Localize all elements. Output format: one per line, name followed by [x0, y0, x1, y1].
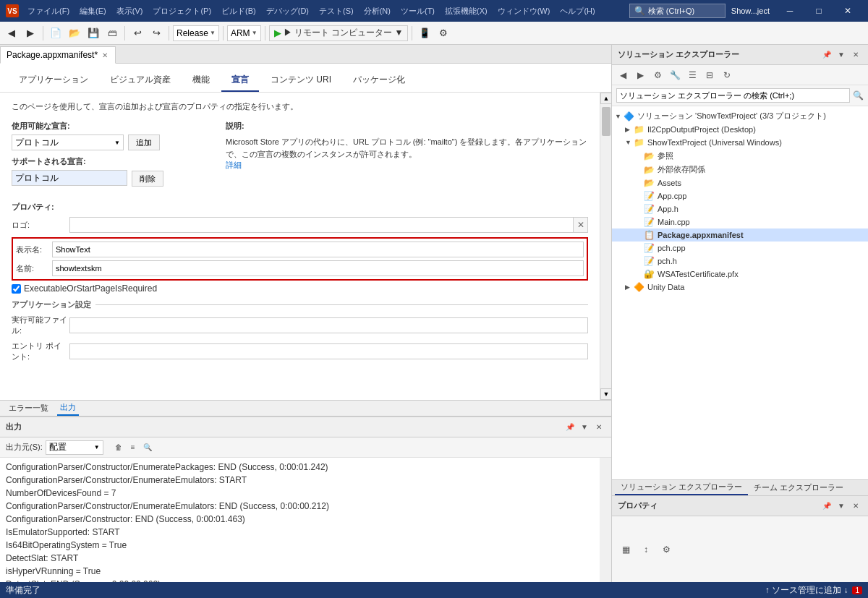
manifest-nav-tab-5[interactable]: パッケージ化	[343, 69, 415, 92]
scroll-thumb[interactable]	[602, 107, 610, 136]
redo-button[interactable]: ↪	[148, 25, 165, 42]
tab-close-button[interactable]: ✕	[101, 51, 109, 60]
menu-item[interactable]: デバッグ(D)	[262, 4, 313, 18]
menu-item[interactable]: 拡張機能(X)	[441, 4, 492, 18]
platform-dropdown[interactable]: ARM ▼	[227, 25, 261, 41]
add-declaration-button[interactable]: 追加	[128, 134, 160, 150]
tree-arrow[interactable]: ▶	[625, 283, 632, 291]
tree-item[interactable]: 📝App.h	[612, 202, 868, 215]
maximize-button[interactable]: □	[804, 0, 833, 22]
panel-menu-button[interactable]: ▼	[835, 48, 848, 61]
tree-item[interactable]: 📝Main.cpp	[612, 215, 868, 228]
tree-item[interactable]: ▶🔶Unity Data	[612, 281, 868, 294]
menu-item[interactable]: ツール(T)	[396, 4, 439, 18]
menu-item[interactable]: 編集(E)	[75, 4, 111, 18]
supported-list[interactable]: プロトコル	[12, 170, 127, 186]
output-source-dropdown[interactable]: 配置 ▼	[46, 440, 103, 455]
manifest-nav-tab-4[interactable]: コンテンツ URI	[260, 69, 341, 92]
search-input[interactable]	[648, 7, 720, 15]
output-pin-button[interactable]: 📌	[563, 421, 576, 434]
menu-item[interactable]: 表示(V)	[112, 4, 148, 18]
props-close-button[interactable]: ✕	[849, 500, 862, 513]
scroll-up[interactable]: ▲	[600, 93, 611, 104]
close-button[interactable]: ✕	[833, 0, 862, 22]
team-explorer-tab[interactable]: チーム エクスプローラー	[748, 481, 849, 495]
se-forward-button[interactable]: ▶	[632, 67, 648, 83]
props-pages-button[interactable]: ⚙	[658, 542, 674, 558]
name-input[interactable]	[52, 260, 584, 276]
exec-input[interactable]	[69, 317, 588, 333]
forward-button[interactable]: ▶	[22, 25, 39, 42]
display-name-input[interactable]	[52, 242, 584, 257]
tree-item[interactable]: 📝App.cpp	[612, 189, 868, 202]
menu-item[interactable]: テスト(S)	[315, 4, 358, 18]
tree-item[interactable]: 📋Package.appxmanifest	[612, 228, 868, 242]
panel-close-button[interactable]: ✕	[849, 48, 862, 61]
tree-item[interactable]: 📂外部依存関係	[612, 163, 868, 176]
props-categories-button[interactable]: ▦	[618, 542, 634, 558]
remove-declaration-button[interactable]: 削除	[132, 171, 163, 187]
source-control[interactable]: ↑ ソース管理に追加 ↓	[765, 584, 848, 597]
tree-item[interactable]: 📂Assets	[612, 176, 868, 189]
new-file-button[interactable]: 📄	[47, 25, 64, 42]
available-dropdown[interactable]: プロトコル ▼	[12, 134, 124, 150]
output-find-button[interactable]: 🔍	[141, 441, 154, 454]
settings-button[interactable]: ⚙	[435, 25, 452, 42]
manifest-tab[interactable]: Package.appxmanifest* ✕	[0, 46, 116, 64]
tree-arrow[interactable]: ▼	[615, 113, 622, 120]
se-filter-button[interactable]: ☰	[684, 67, 700, 83]
menu-item[interactable]: ビルド(B)	[217, 4, 260, 18]
props-pin-button[interactable]: 📌	[820, 500, 833, 513]
output-close-button[interactable]: ✕	[592, 421, 605, 434]
logo-clear-button[interactable]: ✕	[574, 217, 588, 233]
se-back-button[interactable]: ◀	[615, 67, 631, 83]
se-tools-button[interactable]: 🔧	[667, 67, 683, 83]
menu-item[interactable]: ヘルプ(H)	[556, 4, 599, 18]
tree-item[interactable]: 🔐WSATestCertificate.pfx	[612, 268, 868, 281]
panel-pin-button[interactable]: 📌	[820, 48, 833, 61]
tree-arrow[interactable]: ▼	[625, 139, 632, 146]
devices-button[interactable]: 📱	[416, 25, 433, 42]
details-link[interactable]: 詳細	[226, 161, 242, 169]
menu-item[interactable]: ウィンドウ(W)	[493, 4, 555, 18]
props-sort-button[interactable]: ↕	[638, 542, 654, 558]
output-menu-button[interactable]: ▼	[578, 421, 591, 434]
manifest-scrollbar[interactable]: ▲ ▼	[600, 93, 611, 400]
config-dropdown[interactable]: Release ▼	[173, 25, 219, 41]
props-menu-button[interactable]: ▼	[835, 500, 848, 513]
manifest-nav-tab-2[interactable]: 機能	[182, 69, 220, 92]
manifest-nav-tab-3[interactable]: 宣言	[221, 69, 259, 92]
se-refresh-button[interactable]: ↻	[719, 67, 735, 83]
save-all-button[interactable]: 🗃	[103, 25, 121, 42]
output-clear-button[interactable]: 🗑	[112, 441, 125, 454]
menu-item[interactable]: プロジェクト(P)	[148, 4, 216, 18]
tree-item[interactable]: ▼📁ShowTextProject (Universal Windows)	[612, 136, 868, 149]
tree-item[interactable]: 📂参照	[612, 149, 868, 163]
run-button[interactable]: ▶ ▶ リモート コンピューター ▼	[269, 25, 409, 41]
global-search[interactable]: 🔍	[629, 4, 726, 18]
bottom-tab-0[interactable]: エラー一覧	[6, 401, 51, 415]
minimize-button[interactable]: ─	[775, 0, 804, 22]
back-button[interactable]: ◀	[3, 25, 20, 42]
se-collapse-button[interactable]: ⊟	[702, 67, 718, 83]
menu-item[interactable]: ファイル(F)	[23, 4, 74, 18]
output-scrollbar[interactable]	[600, 458, 611, 582]
logo-input[interactable]	[69, 217, 574, 233]
entry-input[interactable]	[69, 343, 588, 359]
tree-arrow[interactable]: ▶	[625, 126, 632, 133]
tree-item[interactable]: ▶📁Il2CppOutputProject (Desktop)	[612, 123, 868, 136]
solution-explorer-tab[interactable]: ソリューション エクスプローラー	[615, 480, 748, 495]
tree-item[interactable]: 📝pch.h	[612, 255, 868, 268]
se-search-input[interactable]	[616, 88, 850, 103]
menu-item[interactable]: 分析(N)	[359, 4, 395, 18]
manifest-nav-tab-1[interactable]: ビジュアル資産	[100, 69, 181, 92]
se-properties-button[interactable]: ⚙	[650, 67, 665, 83]
tree-item[interactable]: ▼🔷ソリューション 'ShowTextProject' (3/3 プロジェクト)	[612, 109, 868, 123]
output-wrap-button[interactable]: ≡	[127, 441, 140, 454]
open-button[interactable]: 📂	[66, 25, 83, 42]
manifest-nav-tab-0[interactable]: アプリケーション	[9, 69, 98, 92]
save-button[interactable]: 💾	[85, 25, 102, 42]
bottom-tab-1[interactable]: 出力	[57, 401, 79, 416]
tree-item[interactable]: 📝pch.cpp	[612, 242, 868, 255]
executable-checkbox[interactable]	[12, 284, 21, 294]
